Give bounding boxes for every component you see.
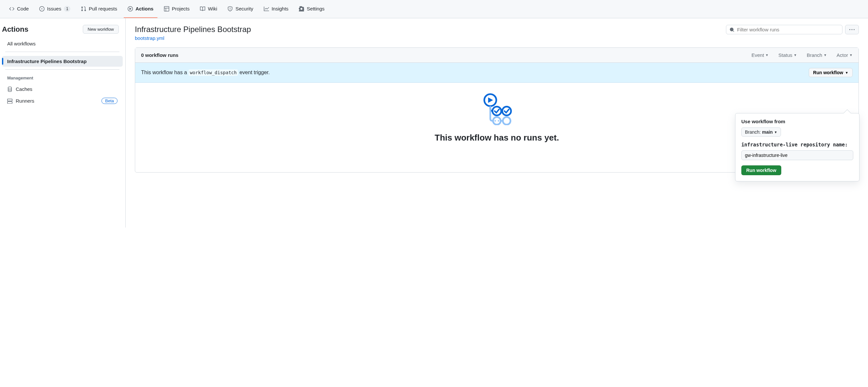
dispatch-code: workflow_dispatch [188, 69, 238, 76]
nav-issues[interactable]: Issues 1 [35, 0, 74, 18]
divider [5, 69, 120, 70]
shield-icon [227, 6, 233, 11]
nav-label: Wiki [208, 4, 217, 14]
nav-label: Settings [307, 4, 324, 14]
caret-down-icon: ▼ [765, 53, 769, 57]
dispatch-text: This workflow has a workflow_dispatch ev… [141, 70, 270, 75]
sidebar: Actions New workflow All workflows Infra… [0, 18, 126, 227]
nav-projects[interactable]: Projects [160, 0, 193, 18]
caret-down-icon: ▼ [794, 53, 797, 57]
nav-label: Pull requests [89, 4, 117, 14]
search-input[interactable] [737, 27, 839, 32]
table-icon [164, 6, 169, 11]
filter-actor[interactable]: Actor▼ [837, 52, 852, 58]
sidebar-item-label: Caches [16, 86, 32, 92]
runs-header: 0 workflow runs Event▼ Status▼ Branch▼ A… [135, 48, 859, 63]
sidebar-management-heading: Management [2, 74, 123, 83]
more-actions-button[interactable] [845, 25, 859, 34]
nav-label: Actions [135, 4, 154, 14]
repository-name-input[interactable] [741, 150, 853, 160]
play-icon [128, 6, 133, 11]
popover-use-from-label: Use workflow from [741, 119, 853, 124]
input-field-label: infrastructure-live repository name: [741, 142, 853, 148]
sidebar-item-label: Infrastructure Pipelines Bootstrap [7, 59, 87, 64]
svg-point-4 [493, 117, 500, 125]
caret-down-icon: ▼ [774, 131, 777, 134]
branch-select[interactable]: Branch: main ▼ [741, 128, 781, 137]
workflow-file-link[interactable]: bootstrap.yml [135, 35, 251, 41]
nav-pulls[interactable]: Pull requests [77, 0, 121, 18]
kebab-icon [849, 27, 855, 32]
divider [5, 51, 120, 52]
sidebar-item-label: Runners [16, 98, 34, 104]
issue-icon [39, 6, 44, 11]
workflow-illustration-icon [480, 93, 513, 125]
svg-point-5 [495, 120, 496, 121]
filter-status[interactable]: Status▼ [778, 52, 797, 58]
nav-label: Projects [172, 4, 189, 14]
sidebar-caches[interactable]: Caches [2, 84, 123, 95]
nav-wiki[interactable]: Wiki [196, 0, 221, 18]
nav-code[interactable]: Code [5, 0, 33, 18]
main-content: Infrastructure Pipelines Bootstrap boots… [126, 18, 868, 227]
repo-nav: Code Issues 1 Pull requests Actions Proj… [0, 0, 868, 18]
nav-label: Insights [272, 4, 289, 14]
git-pull-request-icon [81, 6, 86, 11]
gear-icon [299, 6, 304, 11]
nav-label: Security [235, 4, 253, 14]
search-box[interactable] [726, 25, 842, 34]
caret-down-icon: ▼ [824, 53, 827, 57]
filter-branch[interactable]: Branch▼ [807, 52, 827, 58]
nav-settings[interactable]: Settings [295, 0, 328, 18]
workflow-title: Infrastructure Pipelines Bootstrap [135, 25, 251, 34]
caret-down-icon: ▼ [845, 71, 848, 74]
beta-badge: Beta [101, 98, 118, 104]
run-workflow-popover: Use workflow from Branch: main ▼ infrast… [735, 113, 860, 181]
runs-count: 0 workflow runs [141, 52, 178, 58]
sidebar-runners[interactable]: Runners Beta [2, 95, 123, 107]
caret-down-icon: ▼ [849, 53, 852, 57]
sidebar-item-label: All workflows [7, 41, 36, 46]
nav-actions[interactable]: Actions [124, 0, 157, 18]
sidebar-title: Actions [2, 25, 29, 34]
filter-event[interactable]: Event▼ [751, 52, 769, 58]
svg-point-7 [503, 117, 510, 125]
run-workflow-submit-button[interactable]: Run workflow [741, 165, 781, 175]
server-icon [7, 98, 12, 104]
nav-label: Issues [47, 4, 61, 14]
sidebar-workflow-item[interactable]: Infrastructure Pipelines Bootstrap [2, 56, 123, 67]
run-workflow-dropdown-button[interactable]: Run workflow ▼ [809, 68, 852, 77]
database-icon [7, 86, 12, 92]
sidebar-all-workflows[interactable]: All workflows [2, 38, 123, 49]
nav-insights[interactable]: Insights [260, 0, 292, 18]
svg-point-6 [498, 120, 499, 121]
dispatch-banner: This workflow has a workflow_dispatch ev… [135, 63, 859, 83]
graph-icon [264, 6, 269, 11]
code-icon [9, 6, 14, 11]
search-icon [730, 27, 735, 32]
book-icon [200, 6, 205, 11]
new-workflow-button[interactable]: New workflow [83, 25, 119, 34]
nav-security[interactable]: Security [223, 0, 257, 18]
nav-label: Code [17, 4, 29, 14]
issues-count: 1 [64, 6, 70, 12]
svg-marker-1 [488, 97, 493, 103]
